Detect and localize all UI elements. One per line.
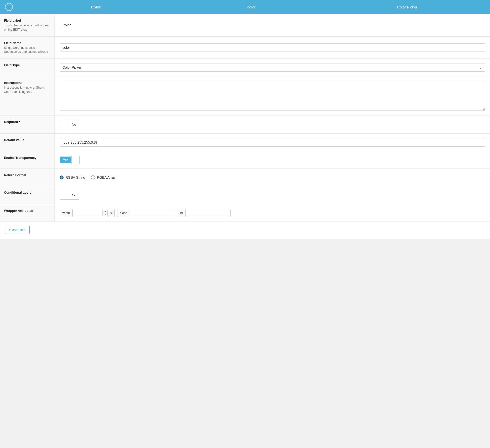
- conditional-logic-row: Conditional Logic No: [0, 186, 490, 204]
- required-input-area: No: [55, 115, 490, 133]
- return-format-rgba-string-label: RGBA String: [65, 175, 85, 179]
- enable-transparency-yes[interactable]: Yes: [60, 157, 71, 163]
- instructions-title: Instructions: [4, 81, 50, 85]
- width-attr-input[interactable]: [73, 209, 102, 217]
- enable-transparency-title: Enable Transparency: [4, 156, 50, 160]
- class-attr-label: class: [117, 209, 130, 217]
- conditional-logic-description: Conditional Logic: [0, 186, 55, 204]
- enable-transparency-input-area: Yes: [55, 151, 490, 168]
- required-row: Required? No: [0, 115, 490, 134]
- wrapper-attributes-input-area: width ▲ ▼ % class id: [55, 204, 490, 222]
- return-format-title: Return Format: [4, 173, 50, 177]
- field-label-desc: This is the name which will appear on th…: [4, 23, 50, 32]
- return-format-row: Return Format RGBA String RGBA Array: [0, 169, 490, 186]
- required-toggle-label: No: [69, 121, 79, 128]
- id-attr-group: id: [178, 209, 231, 217]
- return-format-rgba-string[interactable]: RGBA String: [60, 175, 85, 179]
- conditional-logic-input-area: No: [55, 186, 490, 204]
- return-format-rgba-string-radio[interactable]: [60, 175, 64, 179]
- field-type-select[interactable]: Color Picker Text Textarea Number Select…: [60, 63, 485, 72]
- enable-transparency-no-box[interactable]: [71, 156, 79, 164]
- field-label-input[interactable]: [60, 21, 485, 29]
- field-name-description: Field Name Single word, no spaces. Under…: [0, 37, 55, 59]
- field-label-input-area: [55, 14, 490, 36]
- step-indicator: 1: [5, 3, 13, 11]
- field-name-input[interactable]: [60, 43, 485, 52]
- spinner-up-icon[interactable]: ▲: [103, 210, 107, 213]
- conditional-logic-toggle-box[interactable]: [60, 191, 69, 199]
- required-toggle[interactable]: No: [60, 120, 79, 129]
- close-field-button[interactable]: Close Field: [5, 226, 30, 234]
- header-col-field-type: Color Picker: [329, 5, 485, 9]
- default-value-title: Default Value: [4, 138, 50, 142]
- field-label-title: Field Label: [4, 19, 50, 22]
- return-format-rgba-array[interactable]: RGBA Array: [91, 175, 115, 179]
- instructions-row: Instructions Instructions for authors. S…: [0, 76, 490, 115]
- required-title: Required?: [4, 120, 50, 124]
- header-col-color: Color: [18, 5, 174, 9]
- header-col-field-name: color: [174, 5, 329, 9]
- form-container: Field Label This is the name which will …: [0, 14, 490, 239]
- return-format-input-area: RGBA String RGBA Array: [55, 169, 490, 186]
- spinner-down-icon[interactable]: ▼: [103, 213, 107, 216]
- enable-transparency-toggle[interactable]: Yes: [60, 156, 80, 164]
- conditional-logic-title: Conditional Logic: [4, 191, 50, 194]
- field-label-description: Field Label This is the name which will …: [0, 14, 55, 36]
- class-attr-group: class: [117, 209, 175, 217]
- width-suffix: %: [107, 210, 114, 217]
- conditional-logic-toggle-label: No: [69, 192, 79, 199]
- field-type-title: Field Type: [4, 63, 50, 67]
- header: 1 Color color Color Picker: [0, 0, 490, 14]
- default-value-description: Default Value: [0, 134, 55, 151]
- default-value-input[interactable]: [60, 138, 485, 147]
- return-format-description: Return Format: [0, 169, 55, 186]
- class-attr-input[interactable]: [130, 209, 175, 217]
- id-attr-input[interactable]: [186, 209, 230, 217]
- field-name-input-area: [55, 37, 490, 59]
- wrapper-attributes-title: Wrapper Attributes: [4, 209, 50, 213]
- required-description: Required?: [0, 115, 55, 133]
- field-type-row: Field Type Color Picker Text Textarea Nu…: [0, 59, 490, 76]
- wrapper-attrs-group: width ▲ ▼ % class id: [60, 209, 231, 217]
- width-spinner[interactable]: ▲ ▼: [102, 210, 107, 216]
- field-name-row: Field Name Single word, no spaces. Under…: [0, 37, 490, 59]
- wrapper-attributes-description: Wrapper Attributes: [0, 204, 55, 222]
- id-attr-label: id: [178, 209, 186, 217]
- instructions-input-area: [55, 76, 490, 115]
- return-format-rgba-array-label: RGBA Array: [97, 175, 115, 179]
- width-attr-label: width: [60, 209, 73, 217]
- conditional-logic-toggle[interactable]: No: [60, 191, 79, 200]
- enable-transparency-description: Enable Transparency: [0, 151, 55, 168]
- close-field-row: Close Field: [0, 222, 490, 239]
- enable-transparency-row: Enable Transparency Yes: [0, 151, 490, 169]
- field-name-title: Field Name: [4, 41, 50, 45]
- instructions-desc: Instructions for authors. Shown when sub…: [4, 86, 50, 94]
- field-type-select-wrapper: Color Picker Text Textarea Number Select…: [60, 63, 485, 72]
- field-type-description: Field Type: [0, 59, 55, 76]
- return-format-rgba-array-radio[interactable]: [91, 175, 95, 179]
- field-name-desc: Single word, no spaces. Underscores and …: [4, 46, 50, 54]
- default-value-input-area: [55, 134, 490, 151]
- required-toggle-box[interactable]: [60, 120, 69, 129]
- width-attr-group: width ▲ ▼ %: [60, 209, 115, 217]
- field-label-row: Field Label This is the name which will …: [0, 14, 490, 37]
- instructions-textarea[interactable]: [60, 81, 485, 111]
- field-type-input-area: Color Picker Text Textarea Number Select…: [55, 59, 490, 76]
- default-value-row: Default Value: [0, 134, 490, 151]
- instructions-description: Instructions Instructions for authors. S…: [0, 76, 55, 115]
- return-format-radio-group: RGBA String RGBA Array: [60, 175, 116, 179]
- wrapper-attributes-row: Wrapper Attributes width ▲ ▼ % class: [0, 204, 490, 222]
